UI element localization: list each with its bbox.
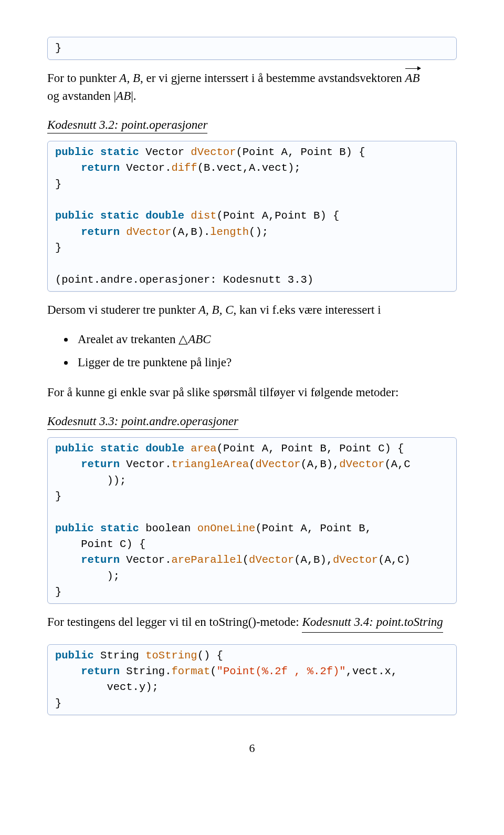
- fn: onOneLine: [197, 522, 256, 534]
- t: (Point A, Point B) {: [236, 146, 365, 158]
- fn: triangleArea: [171, 458, 249, 470]
- t: (B.vect,A.vect);: [197, 162, 301, 174]
- text: Dersom vi studerer tre punkter: [47, 303, 198, 316]
- t: (: [210, 665, 216, 677]
- t: Vector.: [120, 554, 171, 566]
- fn: dVector: [249, 554, 294, 566]
- fn: dVector: [255, 458, 300, 470]
- t: (Point A, Point B, Point C) {: [217, 442, 404, 455]
- code-block-3: public static double area(Point A, Point…: [47, 437, 457, 604]
- vector-ab: AB: [405, 69, 420, 87]
- text: , er vi gjerne interssert i å bestemme a…: [140, 71, 405, 85]
- fn: diff: [171, 162, 197, 174]
- t: () {: [197, 650, 223, 662]
- t: (A,B),: [301, 458, 340, 470]
- t: Vector.: [120, 458, 171, 470]
- str: "Point(%.2f , %.2f)": [217, 665, 346, 677]
- t: }: [55, 178, 61, 190]
- t: ));: [55, 475, 126, 487]
- page-number: 6: [47, 741, 457, 755]
- t: [55, 458, 81, 470]
- bullet-list: Arealet av trekanten △ABC Ligger de tre …: [47, 328, 457, 374]
- fn: dVector: [339, 458, 384, 470]
- math-ab: A, B: [119, 71, 140, 85]
- text: .: [133, 89, 136, 102]
- t: (A,B),: [294, 554, 333, 566]
- code-block-2: public static Vector dVector(Point A, Po…: [47, 141, 457, 292]
- math-abc: ABC: [188, 333, 211, 346]
- code-block-4: public String toString() { return String…: [47, 644, 457, 715]
- t: (Point A, Point B,: [255, 522, 371, 534]
- t: (: [249, 458, 255, 470]
- text: og avstanden: [47, 89, 113, 102]
- t: [55, 226, 81, 238]
- t: }: [55, 697, 61, 709]
- code-text: }: [55, 42, 61, 54]
- t: [55, 665, 81, 677]
- t: }: [55, 490, 61, 502]
- fn: areParallel: [171, 554, 242, 566]
- fn: toString: [145, 650, 197, 662]
- kw: return: [81, 458, 120, 470]
- kw: return: [81, 226, 120, 238]
- text: Ligger de tre punktene på linje?: [78, 356, 232, 369]
- code-caption-3-2: Kodesnutt 3.2: point.operasjoner: [47, 118, 207, 133]
- kw: public: [55, 650, 94, 662]
- t: ,vect.x,: [346, 665, 397, 677]
- t: }: [55, 586, 61, 598]
- t: );: [55, 570, 120, 582]
- t: [120, 226, 126, 238]
- text: For testingens del legger vi til en toSt…: [47, 615, 302, 628]
- t: [55, 162, 81, 174]
- kw: public static: [55, 146, 139, 158]
- paragraph-1: For to punkter A, B, er vi gjerne inters…: [47, 69, 457, 105]
- t: (A,C: [384, 458, 410, 470]
- text: , kan vi f.eks være interessert i: [234, 303, 381, 316]
- t: (: [243, 554, 249, 566]
- kw: return: [81, 554, 120, 566]
- fn: area: [191, 442, 216, 455]
- math-abc: A, B, C: [198, 303, 233, 316]
- t: boolean: [139, 522, 197, 534]
- t: Vector.: [120, 162, 171, 174]
- fn: dVector: [191, 146, 236, 158]
- code-caption-3-3: Kodesnutt 3.3: point.andre.operasjoner: [47, 415, 238, 430]
- t: [184, 210, 191, 222]
- paragraph-2: Dersom vi studerer tre punkter A, B, C, …: [47, 301, 457, 318]
- t: Vector: [139, 146, 191, 158]
- fn: length: [210, 226, 249, 238]
- kw: return: [81, 162, 120, 174]
- kw: public static: [55, 522, 139, 534]
- fn: format: [171, 665, 210, 677]
- t: ();: [249, 226, 268, 238]
- abs-ab: |AB|: [113, 89, 133, 102]
- t: Point C) {: [55, 538, 145, 550]
- t: String: [94, 650, 145, 662]
- t: (Point A,Point B) {: [217, 210, 340, 222]
- t: (A,B).: [171, 226, 210, 238]
- t: [55, 554, 81, 566]
- text: For to punkter: [47, 71, 119, 85]
- list-item: Ligger de tre punktene på linje?: [75, 351, 457, 374]
- kw: public static double: [55, 210, 184, 222]
- t: vect.y);: [55, 681, 159, 693]
- t: (point.andre.operasjoner: Kodesnutt 3.3): [55, 274, 313, 286]
- paragraph-4: For testingens del legger vi til en toSt…: [47, 613, 457, 634]
- triangle-icon: △: [178, 333, 188, 346]
- paragraph-3: For å kunne gi enkle svar på slike spørs…: [47, 384, 457, 401]
- fn: dist: [191, 210, 216, 222]
- kw: return: [81, 665, 120, 677]
- text: Arealet av trekanten: [78, 333, 178, 346]
- kw: public static double: [55, 442, 184, 455]
- fn: dVector: [126, 226, 171, 238]
- code-caption-3-4: Kodesnutt 3.4: point.toString: [302, 613, 443, 632]
- t: (A,C): [378, 554, 411, 566]
- fn: dVector: [333, 554, 378, 566]
- code-block-1: }: [47, 37, 457, 60]
- t: }: [55, 242, 61, 254]
- t: String.: [120, 665, 171, 677]
- list-item: Arealet av trekanten △ABC: [75, 328, 457, 351]
- t: [184, 442, 191, 455]
